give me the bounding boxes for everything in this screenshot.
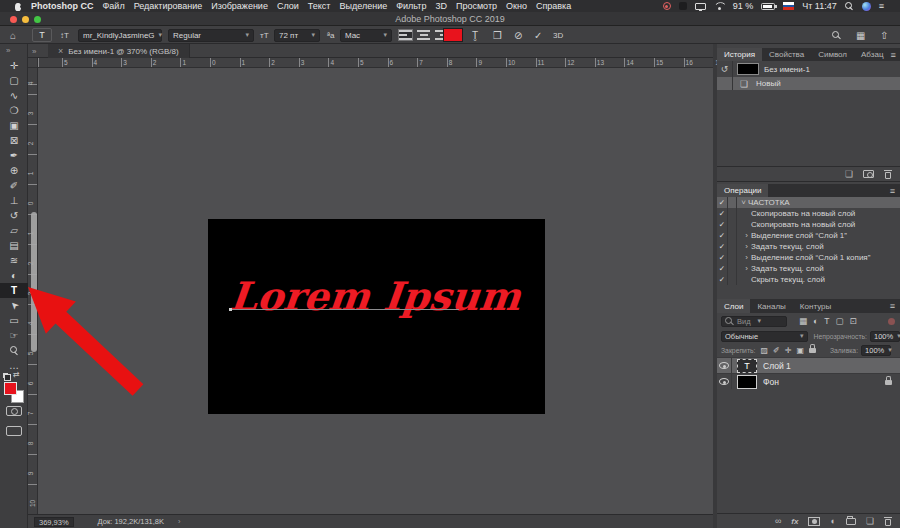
action-label[interactable]: Скрыть текущ. слой [751,275,825,284]
layer-name[interactable]: Слой 1 [763,361,791,371]
text-color-swatch[interactable] [443,28,463,42]
horizontal-ruler[interactable]: 5432101234567891011121314151617 [38,58,713,68]
layer-filter-select[interactable]: Вид ▾ [721,316,787,327]
path-selection-tool[interactable]: ➤ [0,298,28,313]
rectangle-tool[interactable]: ▭ [0,313,28,328]
tab-paragraph[interactable]: Абзац [854,48,890,61]
toolbar-collapse-icon[interactable]: » [6,46,10,55]
document-tab[interactable]: × Без имени-1 @ 370% (RGB/8) [48,44,190,58]
eye-icon[interactable] [719,362,729,369]
battery-icon[interactable] [761,3,775,10]
layer-name[interactable]: Фон [763,377,779,387]
move-tool[interactable]: ✛ [0,58,28,73]
spotlight-icon[interactable] [845,2,854,11]
action-dialog-toggle[interactable] [728,197,737,208]
delete-state-icon[interactable] [884,170,892,179]
notification-center-icon[interactable]: ≡ [879,1,884,11]
panel-menu-icon[interactable]: ≡ [890,299,900,313]
quick-selection-tool[interactable]: ❍ [0,103,28,118]
commit-edits-icon[interactable]: ✓ [534,26,542,44]
link-layers-icon[interactable]: ∞ [775,516,781,526]
action-check-icon[interactable]: ✓ [717,263,728,274]
eyedropper-tool[interactable]: ✒ [0,148,28,163]
filter-pixel-layers-icon[interactable]: ▦ [799,316,807,326]
action-dialog-toggle[interactable] [728,252,737,263]
action-dialog-toggle[interactable] [728,274,737,285]
panel-menu-icon[interactable]: ≡ [890,184,900,197]
eye-icon[interactable] [719,378,729,385]
action-dialog-toggle[interactable] [728,219,737,230]
action-dialog-toggle[interactable] [728,208,737,219]
menu-item-Изображение[interactable]: Изображение [211,1,268,11]
status-chevron-icon[interactable]: › [178,517,181,526]
action-dialog-toggle[interactable] [728,263,737,274]
action-row[interactable]: ✓˅ЧАСТОТКА [717,197,900,208]
scrollbar-thumb[interactable] [31,212,37,352]
eraser-tool[interactable]: ▱ [0,223,28,238]
action-dialog-toggle[interactable] [728,241,737,252]
gradient-tool[interactable]: ▤ [0,238,28,253]
expand-chevron-icon[interactable]: › [742,242,751,251]
pasteboard[interactable]: Lorem Ipsum [38,68,713,528]
action-check-icon[interactable]: ✓ [717,252,728,263]
action-row[interactable]: ✓›Задать текущ. слой [717,263,900,274]
clone-stamp-tool[interactable]: ⊥ [0,193,28,208]
foreground-color-swatch[interactable] [4,382,17,395]
align-left-button[interactable] [399,30,412,40]
zoom-level-field[interactable]: 369,93% [34,517,74,527]
menu-item-Выделение[interactable]: Выделение [339,1,387,11]
cancel-edits-icon[interactable]: ⊘ [514,26,522,44]
expand-chevron-icon[interactable]: › [742,264,751,273]
action-check-icon[interactable]: ✓ [717,230,728,241]
delete-layer-icon[interactable] [884,517,892,526]
font-family-select[interactable]: mr_KindlyJasmineG ▾ [78,29,162,42]
status-app-icon[interactable] [679,2,687,10]
tab-properties[interactable]: Свойства [762,48,811,61]
visibility-cell[interactable] [717,358,732,373]
adjustment-layer-icon[interactable]: ◐ [830,516,835,526]
ruler-corner[interactable] [28,58,38,68]
lasso-tool[interactable]: ∿ [0,88,28,103]
font-size-select[interactable]: 72 пт ▾ [274,29,320,42]
action-dialog-toggle[interactable] [728,230,737,241]
brush-tool[interactable]: ✐ [0,178,28,193]
menu-item-Файл[interactable]: Файл [103,1,125,11]
action-label[interactable]: Задать текущ. слой [751,242,824,251]
history-step-row[interactable]: ❏ Новый [717,77,900,90]
panel-menu-icon[interactable]: ≡ [890,48,900,61]
action-label[interactable]: Выделение слой “Слой 1” [751,231,847,240]
action-check-icon[interactable]: ✓ [717,197,728,208]
filter-type-layers-icon[interactable]: T [824,316,829,326]
opacity-select[interactable]: 100% ▾ [870,331,900,342]
menu-item-Слои[interactable]: Слои [277,1,299,11]
menu-item-Текст[interactable]: Текст [308,1,331,11]
wifi-icon[interactable] [714,2,725,11]
action-check-icon[interactable]: ✓ [717,208,728,219]
zoom-tool[interactable] [0,343,28,358]
lock-transparency-icon[interactable]: ▨ [760,346,768,355]
apple-menu-icon[interactable] [14,2,22,11]
new-document-from-state-icon[interactable]: ❏ [845,169,853,179]
font-style-select[interactable]: Regular ▾ [168,29,254,42]
menu-item-Окно[interactable]: Окно [506,1,527,11]
action-row[interactable]: ✓›Выделение слой “Слой 1” [717,230,900,241]
filter-smart-objects-icon[interactable]: ⊡ [849,316,856,326]
action-label[interactable]: Скопировать на новый слой [751,220,855,229]
swap-colors-icon[interactable]: ⇄ [13,370,20,379]
screen-mode-button[interactable] [6,426,22,436]
action-label[interactable]: Выделение слой “Слой 1 копия” [751,253,870,262]
history-brush-tool[interactable]: ↺ [0,208,28,223]
crop-tool[interactable]: ▣ [0,118,28,133]
type-tool[interactable]: T [0,283,28,298]
canvas-text[interactable]: Lorem Ipsum [228,273,524,319]
canvas[interactable]: Lorem Ipsum [208,219,545,414]
align-center-button[interactable] [417,30,430,40]
action-label[interactable]: Скопировать на новый слой [751,209,855,218]
action-check-icon[interactable]: ✓ [717,241,728,252]
lock-artboard-icon[interactable]: ▣ [796,346,804,355]
action-check-icon[interactable]: ✓ [717,219,728,230]
history-snapshot-row[interactable]: ↺ Без имени-1 [717,61,900,77]
blend-mode-select[interactable]: Обычные ▾ [721,331,808,342]
blur-tool[interactable]: ≋ [0,253,28,268]
close-tab-icon[interactable]: × [58,46,63,56]
